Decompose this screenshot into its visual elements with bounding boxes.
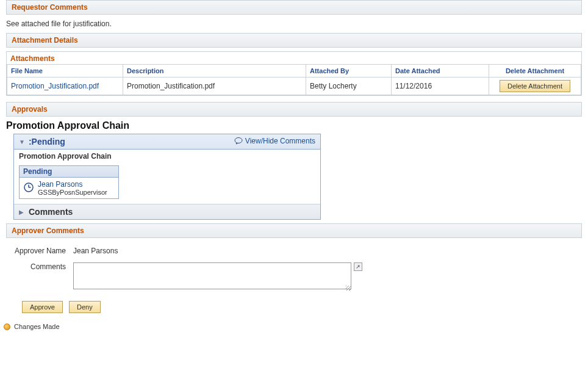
- svg-point-0: [235, 138, 242, 143]
- comments-textarea[interactable]: [73, 262, 351, 289]
- approver-name-label: Approver Name: [6, 247, 73, 255]
- attachments-table: File Name Description Attached By Date A…: [7, 64, 581, 95]
- expand-icon: ▶: [19, 209, 24, 215]
- pending-approver-card: Pending Jean Parsons GSSByPosnSupervisor: [19, 165, 119, 199]
- clock-icon: [23, 182, 34, 195]
- requestor-comments-body: See attached file for justification.: [0, 15, 588, 33]
- approve-button[interactable]: Approve: [22, 301, 63, 313]
- approval-chain-box: ▼ :Pending View/Hide Comments Promotion …: [13, 134, 321, 220]
- attachment-details-header: Attachment Details: [6, 33, 582, 48]
- requestor-comments-header: Requestor Comments: [6, 0, 582, 15]
- changes-made-label: Changes Made: [14, 323, 60, 330]
- changes-made-icon: [4, 323, 10, 330]
- comments-field-label: Comments: [6, 262, 73, 271]
- chain-status: :Pending: [29, 137, 65, 146]
- col-file-name[interactable]: File Name: [7, 65, 123, 78]
- chain-sub-label: Promotion Approval Chain: [14, 150, 320, 163]
- col-attached-by[interactable]: Attached By: [306, 65, 392, 78]
- col-date-attached[interactable]: Date Attached: [392, 65, 489, 78]
- expand-textarea-icon[interactable]: ↗: [354, 262, 362, 271]
- comment-icon: [234, 137, 243, 145]
- col-description[interactable]: Description: [123, 65, 306, 78]
- attachment-description: Promotion_Justification.pdf: [123, 78, 306, 95]
- approver-name-value: Jean Parsons: [73, 247, 118, 255]
- chain-comments-label: Comments: [29, 207, 73, 217]
- attachment-file-link[interactable]: Promotion_Justification.pdf: [11, 82, 99, 90]
- collapse-icon[interactable]: ▼: [19, 139, 25, 145]
- col-delete: Delete Attachment: [489, 65, 581, 78]
- approval-chain-title: Promotion Approval Chain: [0, 117, 588, 134]
- requestor-comments-text: See attached file for justification.: [6, 20, 112, 28]
- chain-comments-row[interactable]: ▶ Comments: [14, 204, 320, 219]
- view-hide-comments-link[interactable]: View/Hide Comments: [234, 137, 315, 145]
- table-row: Promotion_Justification.pdf Promotion_Ju…: [7, 78, 581, 95]
- view-hide-comments-label: View/Hide Comments: [245, 137, 315, 145]
- approver-role: GSSByPosnSupervisor: [38, 189, 107, 196]
- approver-name-link[interactable]: Jean Parsons: [38, 180, 82, 189]
- approvals-header: Approvals: [6, 102, 582, 117]
- approver-comments-header: Approver Comments: [6, 223, 582, 238]
- delete-attachment-button[interactable]: Delete Attachment: [500, 80, 570, 92]
- pending-card-header: Pending: [20, 166, 118, 178]
- attachment-attached-by: Betty Locherty: [306, 78, 392, 95]
- attachment-date: 11/12/2016: [392, 78, 489, 95]
- deny-button[interactable]: Deny: [69, 301, 101, 313]
- attachments-label: Attachments: [7, 52, 581, 64]
